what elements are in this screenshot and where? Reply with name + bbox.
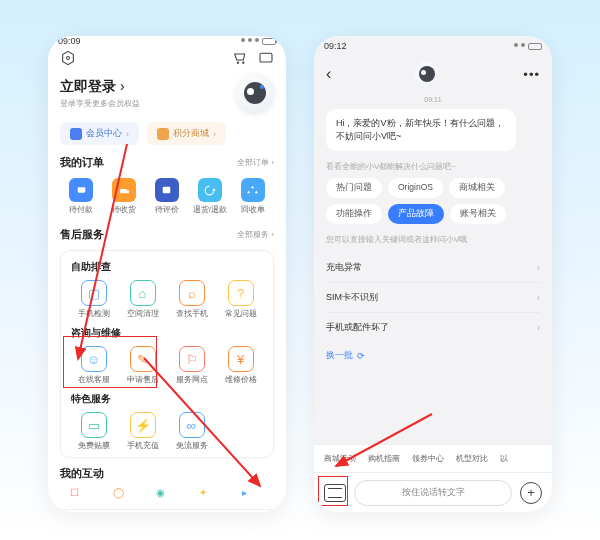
svg-point-0 (67, 57, 70, 60)
statusbar-left: 09:09 (48, 36, 286, 46)
aftersale-more[interactable]: 全部服务 (237, 229, 274, 240)
login-link[interactable]: 立即登录 (60, 78, 140, 96)
chip-hot[interactable]: 热门问题 (326, 178, 382, 198)
special-film[interactable]: ▭免费贴膜 (69, 412, 118, 451)
back-button[interactable]: ‹ (326, 65, 331, 83)
svg-rect-3 (120, 188, 127, 192)
member-center-pill[interactable]: 会员中心 › (60, 122, 139, 145)
chip-product-fault[interactable]: 产品故障 (388, 204, 444, 224)
consult-online-service[interactable]: ☺在线客服 (69, 346, 118, 385)
svg-rect-2 (78, 187, 86, 192)
points-badge-icon (157, 128, 169, 140)
quick-link[interactable]: 机型对比 (456, 453, 488, 464)
input-bar: 按住说话转文字 + (314, 472, 552, 512)
messages-icon[interactable] (258, 50, 274, 68)
chevron-right-icon: › (537, 322, 540, 333)
bag-icon: ⬚ (112, 510, 125, 512)
chevron-right-icon: › (126, 129, 129, 139)
selfcheck-clean[interactable]: ⌂空间清理 (118, 280, 167, 319)
chevron-right-icon: › (537, 262, 540, 273)
consult-service-point[interactable]: ⚐服务网点 (167, 346, 216, 385)
special-title: 特色服务 (71, 393, 265, 406)
quick-link[interactable]: 领券中心 (412, 453, 444, 464)
faq-item[interactable]: 充电异常› (326, 253, 540, 283)
person-icon: ● (258, 510, 266, 512)
heart-icon: ♡ (65, 510, 78, 512)
orders-title: 我的订单 (60, 155, 104, 170)
tab-mine[interactable]: ●我的 (255, 510, 269, 512)
svg-rect-4 (126, 189, 128, 192)
hint-text: 看看全能的小V都能解决什么问题吧~ (326, 161, 540, 172)
category-chips: 热门问题 OriginOS 商城相关 功能操作 产品故障 账号相关 (326, 178, 540, 224)
aftersale-card: 自助排查 ▢手机检测 ⌂空间清理 ⌕查找手机 ?常见问题 咨询与维修 ☺在线客服… (60, 250, 274, 458)
more-menu[interactable]: ••• (523, 67, 540, 82)
hint-text-2: 您可以直接输入关键词或者这样问小V哦 (326, 234, 540, 245)
svg-point-6 (165, 189, 166, 190)
quick-link[interactable]: 以 (500, 453, 508, 464)
order-refund[interactable]: 退货/退款 (188, 178, 231, 215)
voice-input[interactable]: 按住说话转文字 (354, 480, 512, 506)
phone-left: 09:09 立即登录 登录享受更多会员权 (48, 36, 286, 512)
chip-originos[interactable]: OriginOS (388, 178, 443, 198)
interact-item[interactable]: ◯ (103, 487, 146, 509)
bot-avatar[interactable] (414, 61, 440, 87)
quick-links: 商城活动 购机指南 领券中心 机型对比 以 (314, 444, 552, 472)
order-pending-review[interactable]: 待评价 (146, 178, 189, 215)
faq-item[interactable]: 手机或配件坏了› (326, 313, 540, 342)
avatar[interactable] (236, 74, 274, 112)
orders-more[interactable]: 全部订单 (237, 157, 274, 168)
svg-point-7 (166, 189, 167, 190)
circle-icon: ◯ (159, 510, 175, 512)
chevron-right-icon: › (213, 129, 216, 139)
svg-rect-1 (260, 53, 272, 62)
interact-item[interactable]: ✦ (188, 487, 231, 509)
cart-icon[interactable] (232, 50, 248, 68)
order-recycle[interactable]: 回收单 (231, 178, 274, 215)
bot-message: Hi，亲爱的V粉，新年快乐！有什么问题，不妨问问小V吧~ (326, 109, 516, 151)
order-pending-pay[interactable]: 待付款 (60, 178, 103, 215)
tabbar: ♡推荐 ⬚选购 ◯社区 ◇会员 ●我的 (48, 509, 286, 512)
chip-account[interactable]: 账号相关 (450, 204, 506, 224)
tab-community[interactable]: ◯社区 (159, 510, 175, 512)
login-subtext: 登录享受更多会员权益 (60, 98, 140, 109)
tab-member[interactable]: ◇会员 (208, 510, 222, 512)
member-badge-icon (70, 128, 82, 140)
tab-recommend[interactable]: ♡推荐 (65, 510, 79, 512)
chevron-right-icon: › (537, 292, 540, 303)
selfcheck-faq[interactable]: ?常见问题 (216, 280, 265, 319)
order-pending-receive[interactable]: 待收货 (103, 178, 146, 215)
special-freeflow[interactable]: ∞免流服务 (167, 412, 216, 451)
interact-item[interactable]: ▸ (231, 487, 274, 509)
tab-shop[interactable]: ⬚选购 (112, 510, 126, 512)
add-button[interactable]: + (520, 482, 542, 504)
chip-mall[interactable]: 商城相关 (449, 178, 505, 198)
selfcheck-title: 自助排查 (71, 261, 265, 274)
selfcheck-phone[interactable]: ▢手机检测 (69, 280, 118, 319)
quick-link[interactable]: 购机指南 (368, 453, 400, 464)
keyboard-icon[interactable] (324, 484, 346, 502)
chip-function[interactable]: 功能操作 (326, 204, 382, 224)
status-icons (514, 43, 542, 50)
chat-timestamp: 09:11 (326, 96, 540, 103)
interact-title: 我的互动 (60, 466, 104, 481)
status-icons (241, 38, 276, 45)
consult-repair-price[interactable]: ¥维修价格 (216, 346, 265, 385)
diamond-icon: ◇ (210, 510, 221, 512)
selfcheck-find[interactable]: ⌕查找手机 (167, 280, 216, 319)
faq-item[interactable]: SIM卡不识别› (326, 283, 540, 313)
special-recharge[interactable]: ⚡手机充值 (118, 412, 167, 451)
statusbar-right: 09:12 (314, 36, 552, 56)
phone-right: 09:12 ‹ ••• 09:11 Hi，亲爱的V粉，新年快乐！有什么问题，不妨… (314, 36, 552, 512)
consult-apply[interactable]: ✎申请售后 (118, 346, 167, 385)
settings-gear-icon[interactable] (60, 50, 76, 68)
interact-item[interactable]: ◉ (146, 487, 189, 509)
refresh-batch[interactable]: 换一批 ⟳ (326, 350, 365, 362)
points-mall-pill[interactable]: 积分商城 › (147, 122, 226, 145)
status-time: 09:12 (324, 41, 347, 51)
status-time: 09:09 (58, 36, 81, 46)
refresh-icon: ⟳ (357, 351, 365, 361)
quick-link[interactable]: 商城活动 (324, 453, 356, 464)
aftersale-title: 售后服务 (60, 227, 104, 242)
consult-title: 咨询与维修 (71, 327, 265, 340)
interact-item[interactable]: ☐ (60, 487, 103, 509)
